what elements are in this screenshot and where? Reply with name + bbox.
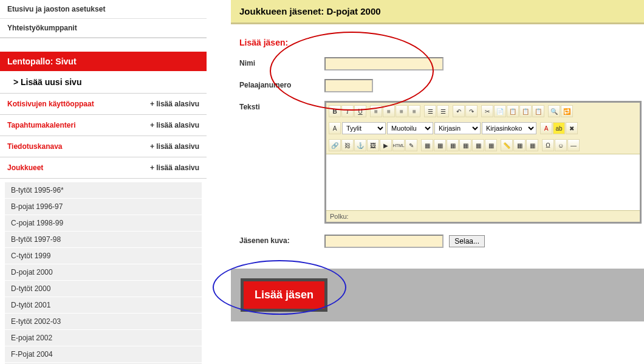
add-subpage-link[interactable]: + lisää alasivu <box>150 121 199 129</box>
sidebar-row-news[interactable]: Tiedotuskanava + lisää alasivu <box>0 136 207 157</box>
sidebar-team-item[interactable]: B-pojat 1996-97 <box>5 199 202 215</box>
font-color-icon[interactable]: A <box>540 122 552 134</box>
sidebar-team-item[interactable]: E-pojat 2002 <box>5 330 202 346</box>
add-subpage-link[interactable]: + lisää alasivu <box>150 142 199 151</box>
cut-icon[interactable]: ✂ <box>481 105 493 117</box>
italic-icon[interactable]: I <box>341 105 354 117</box>
sidebar-row-label: Tapahtumakalenteri <box>7 121 75 129</box>
list-ordered-icon[interactable]: ☰ <box>437 105 449 117</box>
table-del-icon[interactable]: ▦ <box>459 139 471 151</box>
sidebar-team-item[interactable]: D-tytöt 2000 <box>5 281 202 297</box>
table-split-icon[interactable]: ▦ <box>485 139 497 151</box>
paste-word-icon[interactable]: 📋 <box>532 105 544 117</box>
align-center-icon[interactable]: ≡ <box>383 105 395 117</box>
underline-icon[interactable]: U <box>354 105 366 117</box>
grid-icon[interactable]: ▦ <box>526 139 538 151</box>
sidebar-row-label: Joukkueet <box>7 163 43 172</box>
image-path-input[interactable] <box>324 235 444 248</box>
submit-button[interactable]: Lisää jäsen <box>244 281 324 309</box>
sidebar: Etusivu ja jaoston asetukset Yhteistyöku… <box>0 0 207 364</box>
sidebar-team-item[interactable]: B-tytöt 1997-98 <box>5 232 202 247</box>
sidebar-row-label: Kotisivujen käyttöoppaat <box>7 100 94 108</box>
sidebar-team-item[interactable]: B-tytöt 1995-96* <box>5 182 202 198</box>
sidebar-team-item[interactable]: F-Pojat 2004 <box>5 346 202 362</box>
add-subpage-link[interactable]: + lisää alasivu <box>150 100 199 108</box>
copy-icon[interactable]: 📄 <box>494 105 506 117</box>
special-char-icon[interactable]: Ω <box>542 139 554 151</box>
align-justify-icon[interactable]: ≡ <box>408 105 420 117</box>
page-title: Joukkueen jäsenet: D-pojat 2000 <box>231 0 644 24</box>
html-icon[interactable]: HTML <box>392 139 405 151</box>
style-icon[interactable]: A <box>329 122 341 134</box>
redo-icon[interactable]: ↷ <box>465 105 478 117</box>
sidebar-team-item[interactable]: E-tytöt 2002-03 <box>5 314 202 329</box>
sidebar-team-item[interactable]: D-pojat 2000 <box>5 264 202 280</box>
number-input[interactable] <box>324 79 373 92</box>
media-icon[interactable]: ▶ <box>380 139 392 151</box>
bg-color-icon[interactable]: ab <box>553 122 565 134</box>
sidebar-item-settings[interactable]: Etusivu ja jaoston asetukset <box>0 0 207 19</box>
page-break-icon[interactable]: — <box>567 139 580 151</box>
layout-icon[interactable]: ▦ <box>513 139 526 151</box>
label-number: Pelaajanumero <box>239 79 324 89</box>
table-icon[interactable]: ▦ <box>421 139 433 151</box>
undo-icon[interactable]: ↶ <box>453 105 465 117</box>
sidebar-row-calendar[interactable]: Tapahtumakalenteri + lisää alasivu <box>0 115 207 136</box>
submit-bar: Lisää jäsen <box>231 269 644 321</box>
editor-canvas[interactable] <box>326 154 640 211</box>
replace-icon[interactable]: 🔁 <box>561 105 573 117</box>
bold-icon[interactable]: B <box>329 105 341 117</box>
image-icon[interactable]: 🖼 <box>367 139 379 151</box>
label-image: Jäsenen kuva: <box>239 235 324 245</box>
sidebar-add-page[interactable]: > Lisää uusi sivu <box>0 71 207 94</box>
font-select[interactable]: Kirjasin <box>434 122 481 134</box>
align-right-icon[interactable]: ≡ <box>396 105 408 117</box>
table-row-icon[interactable]: ▦ <box>434 139 446 151</box>
emoji-icon[interactable]: ☺ <box>555 139 567 151</box>
sidebar-row-teams[interactable]: Joukkueet + lisää alasivu <box>0 157 207 179</box>
clear-format-icon[interactable]: ✖ <box>566 122 578 134</box>
editor-toolbar-2: A Tyylit Muotoilu Kirjasin Kirjasinkoko … <box>326 120 640 137</box>
browse-button[interactable]: Selaa... <box>449 235 485 247</box>
sidebar-row-label: Tiedotuskanava <box>7 142 62 151</box>
editor-toolbar-3: 🔗 ⛓ ⚓ 🖼 ▶ HTML ✎ ▦ ▦ ▦ <box>326 137 640 154</box>
anchor-icon[interactable]: ⚓ <box>354 139 366 151</box>
ruler-icon[interactable]: 📏 <box>501 139 513 151</box>
edit-icon[interactable]: ✎ <box>405 139 417 151</box>
table-col-icon[interactable]: ▦ <box>447 139 459 151</box>
section-title: Lisää jäsen: <box>239 38 642 47</box>
style-select[interactable]: Tyylit <box>342 122 386 134</box>
editor-path: Polku: <box>326 211 640 222</box>
main-content: Joukkueen jäsenet: D-pojat 2000 Lisää jä… <box>207 0 644 364</box>
unlink-icon[interactable]: ⛓ <box>341 139 354 151</box>
name-input[interactable] <box>324 57 444 70</box>
paste-icon[interactable]: 📋 <box>507 105 519 117</box>
sidebar-row-guides[interactable]: Kotisivujen käyttöoppaat + lisää alasivu <box>0 94 207 115</box>
sidebar-section-header: Lentopallo: Sivut <box>0 52 207 71</box>
table-merge-icon[interactable]: ▦ <box>472 139 484 151</box>
sidebar-team-item[interactable]: D-tytöt 2001 <box>5 297 202 313</box>
sidebar-team-item[interactable]: C-pojat 1998-99 <box>5 215 202 231</box>
label-text: Teksti <box>239 101 324 111</box>
add-subpage-link[interactable]: + lisää alasivu <box>150 163 199 172</box>
label-name: Nimi <box>239 57 324 67</box>
fontsize-select[interactable]: Kirjasinkoko <box>482 122 536 134</box>
editor-toolbar-1: B I U ≡ ≡ ≡ ≡ ☰ <box>326 103 640 120</box>
sidebar-team-item[interactable]: C-tytöt 1999 <box>5 248 202 264</box>
link-icon[interactable]: 🔗 <box>329 139 341 151</box>
sidebar-item-partners[interactable]: Yhteistyökumppanit <box>0 19 207 38</box>
paste-text-icon[interactable]: 📋 <box>519 105 532 117</box>
find-icon[interactable]: 🔍 <box>548 105 560 117</box>
align-left-icon[interactable]: ≡ <box>370 105 382 117</box>
list-unordered-icon[interactable]: ☰ <box>424 105 436 117</box>
format-select[interactable]: Muotoilu <box>387 122 433 134</box>
rich-text-editor: B I U ≡ ≡ ≡ ≡ ☰ <box>324 101 642 224</box>
